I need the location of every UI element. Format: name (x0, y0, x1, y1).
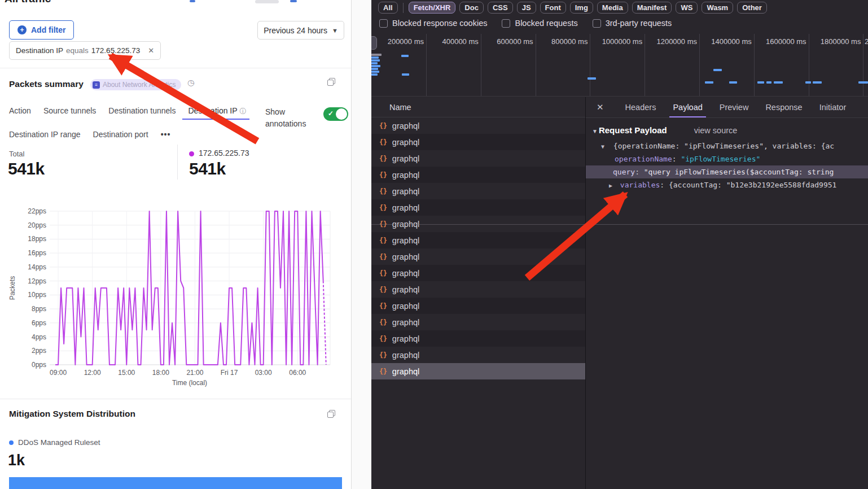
triangle-right-icon[interactable]: ▶ (609, 182, 612, 189)
payload-variables-row[interactable]: ▶ variables: {accountTag: "b12e3b2192ee5… (586, 178, 868, 191)
time-range-dropdown[interactable]: Previous 24 hours ▼ (257, 21, 344, 40)
tab-destination-ip[interactable]: Destination IPⓘ (188, 106, 246, 116)
copy-panel-icon[interactable] (327, 410, 335, 418)
checkbox-label: 3rd-party requests (606, 19, 672, 28)
packets-summary-tabs-row2: Destination IP rangeDestination port••• (9, 130, 170, 139)
legend-label: DDoS Managed Ruleset (18, 438, 100, 447)
checkbox-label: Blocked response cookies (392, 19, 487, 28)
json-request-icon: {} (379, 335, 387, 343)
request-checkbox-filters: Blocked response cookiesBlocked requests… (379, 19, 672, 28)
detail-tab-headers[interactable]: Headers (625, 97, 656, 117)
request-timing-bar (402, 73, 409, 76)
network-filter-pill-wasm[interactable]: Wasm (702, 2, 733, 14)
network-overview-timeline[interactable]: 200000 ms400000 ms600000 ms800000 ms1000… (371, 34, 868, 97)
about-network-analytics-badge[interactable]: ≡ About Network Analytics (90, 79, 181, 90)
request-name: graphql (392, 334, 419, 343)
request-row[interactable]: {}graphql (371, 298, 585, 314)
request-timing-bar (371, 73, 378, 76)
request-row[interactable]: {}graphql (371, 167, 585, 183)
svg-text:21:00: 21:00 (186, 369, 203, 377)
close-icon[interactable]: ✕ (597, 102, 604, 112)
detail-tab-payload[interactable]: Payload (673, 97, 702, 117)
request-row[interactable]: {}graphql (371, 330, 585, 347)
packets-timeseries-chart[interactable]: 0pps2pps4pps6pps8pps10pps12pps14pps16pps… (0, 202, 351, 394)
show-annotations-toggle[interactable]: ✓ (323, 107, 348, 121)
packets-summary-title: Packets summary (9, 79, 84, 89)
request-row[interactable]: {}graphql (371, 117, 585, 134)
network-filter-pill-other[interactable]: Other (737, 2, 767, 14)
request-name: graphql (392, 252, 419, 261)
network-filter-pill-media[interactable]: Media (597, 2, 628, 14)
network-filter-pill-ws[interactable]: WS (676, 2, 698, 14)
view-source-link[interactable]: view source (694, 126, 738, 135)
show-annotations-label: Show annotations (265, 106, 316, 130)
remove-filter-icon[interactable]: ✕ (148, 46, 154, 55)
request-row[interactable]: {}graphql (371, 232, 585, 248)
request-name: graphql (392, 171, 419, 180)
request-timing-bar (588, 77, 596, 80)
svg-text:06:00: 06:00 (289, 369, 306, 377)
request-row[interactable]: {}graphql (371, 347, 585, 363)
json-request-icon: {} (379, 171, 387, 179)
timeline-tick-label: 1200000 ms (645, 37, 697, 46)
request-row[interactable]: {}graphql (371, 265, 585, 281)
svg-text:Packets: Packets (8, 276, 16, 300)
more-tabs-button[interactable]: ••• (161, 130, 171, 139)
add-filter-button[interactable]: + Add filter (9, 20, 74, 40)
network-filter-pill-css[interactable]: CSS (488, 2, 513, 14)
network-filter-pill-doc[interactable]: Doc (459, 2, 484, 14)
checkbox-blocked-response-cookies[interactable]: Blocked response cookies (379, 19, 487, 28)
checkbox-label: Blocked requests (515, 19, 577, 28)
detail-tab-response[interactable]: Response (765, 97, 802, 117)
legend-dot (9, 440, 14, 445)
payload-operation-row[interactable]: operationName: "ipFlowTimeseries" (586, 152, 868, 165)
triangle-down-icon[interactable]: ▼ (601, 143, 604, 150)
checkbox-box (502, 19, 510, 28)
request-timing-bar (713, 69, 722, 71)
json-request-icon: {} (379, 122, 387, 130)
request-row[interactable]: {}graphql (371, 363, 585, 379)
mitigation-legend: DDoS Managed Ruleset (9, 438, 100, 447)
request-timing-bar (729, 81, 737, 84)
network-filter-pill-all[interactable]: All (378, 2, 398, 14)
checkbox-blocked-requests[interactable]: Blocked requests (502, 19, 577, 28)
network-filter-pill-fetch-xhr[interactable]: Fetch/XHR (409, 2, 456, 14)
packets-summary-tabs-row1: ActionSource tunnelsDestination tunnelsD… (9, 106, 247, 116)
svg-text:18:00: 18:00 (152, 369, 169, 377)
series-dot (189, 151, 194, 156)
network-filter-pill-js[interactable]: JS (517, 2, 536, 14)
request-timing-bar (813, 81, 822, 84)
mitigation-bar (9, 477, 342, 489)
request-row[interactable]: {}graphql (371, 183, 585, 199)
svg-text:4pps: 4pps (32, 333, 46, 341)
network-filter-pill-img[interactable]: Img (570, 2, 593, 14)
network-filter-pill-manifest[interactable]: Manifest (632, 2, 672, 14)
panel-gutter (352, 0, 371, 489)
request-row[interactable]: {}graphql (371, 134, 585, 150)
tab-destination-ip-range[interactable]: Destination IP range (9, 130, 81, 139)
payload-summary-line[interactable]: ▼ {operationName: "ipFlowTimeseries", va… (586, 139, 868, 152)
detail-tab-preview[interactable]: Preview (720, 97, 749, 117)
name-column-header[interactable]: Name (371, 97, 585, 117)
checkbox-3rd-party-requests[interactable]: 3rd-party requests (593, 19, 672, 28)
tab-destination-tunnels[interactable]: Destination tunnels (108, 106, 176, 116)
analytics-panel: All traffic + Add filter Previous 24 hou… (0, 0, 352, 489)
svg-text:12:00: 12:00 (84, 369, 101, 377)
detail-tab-initiator[interactable]: Initiator (819, 97, 847, 117)
request-row[interactable]: {}graphql (371, 281, 585, 298)
request-payload-section[interactable]: ▼Request Payload (592, 125, 667, 135)
network-filter-pill-font[interactable]: Font (540, 2, 566, 14)
request-row[interactable]: {}graphql (371, 248, 585, 265)
tab-destination-port[interactable]: Destination port (93, 130, 148, 139)
tab-source-tunnels[interactable]: Source tunnels (43, 106, 96, 116)
svg-text:20pps: 20pps (28, 221, 46, 229)
request-row[interactable]: {}graphql (371, 314, 585, 330)
divider (403, 3, 404, 13)
copy-panel-icon[interactable] (327, 78, 335, 86)
request-row[interactable]: {}graphql (371, 199, 585, 216)
request-timing-bar (371, 59, 380, 62)
tab-action[interactable]: Action (9, 106, 31, 116)
request-timing-bar (705, 81, 713, 84)
payload-query-row[interactable]: query: "query ipFlowTimeseries($accountT… (586, 165, 868, 178)
request-row[interactable]: {}graphql (371, 150, 585, 167)
